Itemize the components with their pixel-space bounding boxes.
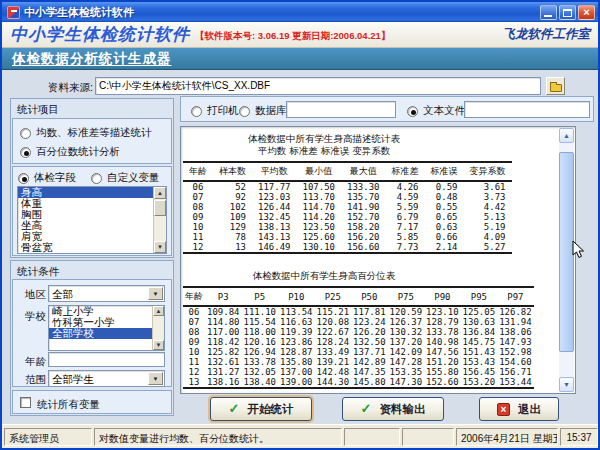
scrollbar-thumb[interactable] [154,200,166,216]
report-cell: 151.20 [424,357,461,367]
report-table: 年龄P3P5P10P25P50P75P90P95P9706109.84111.1… [183,286,534,389]
scroll-up-icon[interactable]: ▲ [153,306,164,316]
report-cell: 0.48 [425,192,464,202]
scroll-down-icon[interactable]: ▼ [153,340,164,350]
radio-textfile[interactable]: 文本文件 [407,104,465,118]
report-cell: 10 [183,222,213,232]
titlebar[interactable]: 中小学生体检统计软件 × [2,2,598,22]
region-value: 全部 [52,288,73,302]
report-cell: 137.00 [278,367,315,377]
report-cell: 123.86 [278,337,315,347]
report-cell: 128.79 [424,317,461,327]
scroll-up-icon[interactable]: ▲ [559,128,574,143]
range-value: 全部学生 [52,373,94,387]
report-cell: 128.87 [278,347,315,357]
status-empty-1 [344,428,400,446]
report-cell: 152.60 [424,377,461,388]
status-user: 系统管理员 [4,428,92,446]
start-button-label: 开始统计 [247,402,293,417]
report-cell: 118.42 [205,337,242,347]
report-cell: 137.71 [351,347,388,357]
report-col-header: 最小值 [297,162,342,181]
exit-button[interactable]: × 退出 [479,397,559,421]
report-scrollbar[interactable]: ▲ ▼ [559,128,574,392]
report-cell: 156.71 [497,367,534,377]
report-cell: 133.49 [315,347,352,357]
radio-custom-vars[interactable]: 自定义变量 [91,171,160,185]
radio-descriptive[interactable]: 均数、标准差等描述统计 [20,126,152,140]
table1-subtitle: 平均数 标准差 标准误 变异系数 [183,145,465,157]
chevron-down-icon[interactable]: ▼ [148,287,163,300]
report-cell: 136.84 [461,327,498,337]
school-list[interactable]: ▲ ▼ 崎上小学竹科第一小学全部学校 [48,305,165,351]
report-cell: 144.30 [315,377,352,388]
report-cell: 11 [183,357,205,367]
exit-x-icon: × [497,403,510,416]
report-col-header: P50 [351,287,388,306]
field-list[interactable]: ▲ ▼ 身高体重胸围坐高肩宽骨盆宽肱皮褶厚度 [17,186,167,254]
report-row: 08117.00118.00119.39122.67126.20130.3213… [183,327,534,337]
window-title: 中小学生体检统计软件 [24,5,540,20]
report-cell: 116.63 [278,317,315,327]
report-col-header: 年龄 [183,287,205,306]
report-cell: 135.80 [278,357,315,367]
printer-label: 打印机 [207,104,239,118]
report-cell: 119.39 [278,327,315,337]
age-input[interactable] [48,352,165,367]
all-vars-box: 统计所有变量 [12,390,172,414]
report-output-area[interactable]: 体检数据中所有学生身高描述统计表 平均数 标准差 标准误 变异系数 年龄样本数平… [180,126,576,394]
report-cell: 09 [183,337,205,347]
report-content: 体检数据中所有学生身高描述统计表 平均数 标准差 标准误 变异系数 年龄样本数平… [183,133,557,389]
list-item[interactable]: 全部学校 [49,328,164,339]
report-cell: 114.80 [205,317,242,327]
minimize-button[interactable] [540,5,557,20]
radio-database[interactable]: 数据库 [239,104,287,118]
maximize-button[interactable] [559,5,576,20]
stat-items-label: 统计项目 [17,103,59,117]
scroll-up-icon[interactable]: ▲ [154,187,166,199]
report-cell: 147.35 [351,367,388,377]
report-col-header: P95 [461,287,498,306]
report-cell: 133.30 [341,181,386,192]
report-cell: 120.08 [315,317,352,327]
report-cell: 06 [183,181,213,192]
all-vars-checkbox[interactable] [20,397,31,408]
report-cell: 3.73 [464,192,512,202]
radio-circle-icon [191,106,202,117]
report-cell: 130.32 [388,327,425,337]
report-cell: 147.93 [497,337,534,347]
range-combobox[interactable]: 全部学生 ▼ [48,370,165,387]
database-input[interactable] [286,101,396,118]
output-button-label: 资料输出 [379,402,425,417]
scroll-down-icon[interactable]: ▼ [154,241,166,253]
list-item[interactable]: 肱皮褶厚度 [18,253,166,254]
textfile-label: 文本文件 [423,104,465,118]
region-combobox[interactable]: 全部 ▼ [48,285,165,302]
scroll-down-icon[interactable]: ▼ [559,377,574,392]
open-folder-icon [550,84,562,92]
region-label: 地区 [25,288,46,302]
report-cell: 117.81 [351,306,388,317]
report-cell: 153.35 [388,367,425,377]
report-row: 07114.80115.54116.63120.08123.24126.3712… [183,317,534,327]
table2-host: 年龄P3P5P10P25P50P75P90P95P9706109.84111.1… [183,286,557,389]
browse-button[interactable] [546,77,565,95]
report-cell: 5.85 [386,232,425,242]
close-button[interactable]: × [578,5,595,20]
radio-percentile[interactable]: 百分位数统计分析 [20,145,120,159]
chevron-down-icon[interactable]: ▼ [148,372,163,385]
start-button[interactable]: ✓ 开始统计 [210,397,312,421]
status-time: 15:37 [560,428,598,446]
field-list-scrollbar[interactable]: ▲ ▼ [153,187,166,253]
report-cell: 125.82 [205,347,242,357]
database-label: 数据库 [255,104,287,118]
radio-printer[interactable]: 打印机 [191,104,239,118]
radio-exam-fields[interactable]: 体检字段 [18,171,76,185]
textfile-input[interactable] [464,101,590,118]
output-button[interactable]: ✓ 资料输出 [342,397,444,421]
report-row: 1213146.49130.10156.607.732.145.27 [183,242,512,253]
report-cell: 115.21 [315,306,352,317]
report-cell: 143.13 [252,232,297,242]
source-path-input[interactable] [95,77,541,95]
school-list-scrollbar[interactable]: ▲ ▼ [152,306,164,350]
